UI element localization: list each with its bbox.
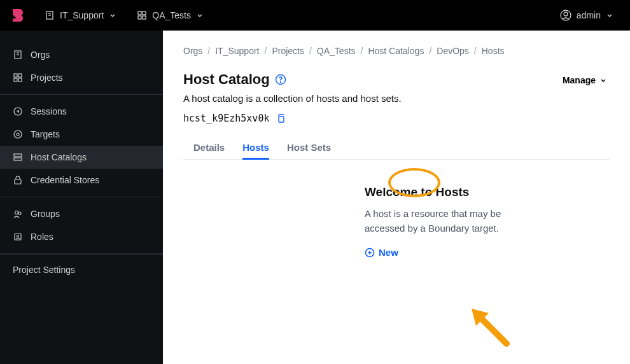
sidebar-item-targets[interactable]: Targets (0, 123, 163, 146)
project-scope-selector[interactable]: QA_Tests (130, 6, 210, 24)
plus-circle-icon (365, 248, 375, 258)
svg-point-17 (14, 130, 22, 138)
tabs: Details Hosts Host Sets (183, 136, 610, 160)
target-icon (13, 129, 23, 139)
breadcrumb-link[interactable]: Orgs (183, 46, 202, 56)
sidebar-item-sessions[interactable]: Sessions (0, 100, 163, 123)
svg-rect-12 (14, 74, 17, 77)
sidebar-item-label: Sessions (31, 106, 67, 116)
svg-point-22 (15, 211, 18, 214)
sidebar-item-label: Groups (31, 209, 60, 219)
user-menu[interactable]: admin (554, 6, 620, 25)
tab-details[interactable]: Details (193, 136, 225, 159)
topbar: IT_Support QA_Tests admin (0, 0, 630, 31)
svg-point-23 (18, 212, 21, 214)
svg-rect-21 (15, 179, 21, 184)
svg-rect-13 (18, 74, 22, 77)
empty-state-title: Welcome to Hosts (365, 185, 530, 199)
sidebar-item-label: Roles (31, 232, 53, 242)
chevron-down-icon (599, 76, 607, 84)
manage-button[interactable]: Manage (560, 71, 610, 89)
breadcrumb-link[interactable]: QA_Tests (317, 46, 356, 56)
empty-state: Welcome to Hosts A host is a resource th… (263, 185, 530, 260)
svg-point-25 (17, 235, 19, 237)
svg-rect-15 (18, 78, 22, 81)
org-scope-label: IT_Support (60, 10, 104, 20)
sidebar-project-settings[interactable]: Project Settings (0, 254, 163, 285)
copy-icon[interactable] (276, 113, 286, 123)
lock-icon (13, 175, 23, 185)
groups-icon (13, 209, 23, 219)
resource-id: hcst_k9Ezh5xv0k (183, 113, 269, 124)
grid-icon (13, 73, 23, 83)
app-logo[interactable] (10, 8, 25, 23)
svg-rect-3 (138, 11, 141, 15)
host-catalog-icon (13, 152, 23, 162)
page-description: A host catalog is a collection of hosts … (183, 93, 402, 104)
sidebar-item-label: Targets (31, 129, 60, 139)
svg-rect-19 (14, 154, 22, 157)
grid-icon (137, 10, 147, 20)
manage-label: Manage (563, 75, 596, 85)
roles-icon (13, 232, 23, 242)
svg-rect-6 (143, 16, 146, 19)
svg-rect-28 (279, 116, 284, 122)
sidebar-item-host-catalogs[interactable]: Host Catalogs (0, 146, 163, 169)
svg-rect-4 (143, 11, 146, 15)
annotation-arrow (468, 305, 519, 350)
svg-point-8 (564, 12, 568, 16)
new-host-link[interactable]: New (365, 247, 398, 258)
chevron-down-icon (606, 11, 613, 19)
main-content: Orgs/ IT_Support/ Projects/ QA_Tests/ Ho… (163, 31, 630, 364)
help-icon[interactable] (275, 74, 286, 85)
tab-host-sets[interactable]: Host Sets (287, 136, 331, 159)
chevron-down-icon (196, 11, 204, 19)
sidebar-item-credential-stores[interactable]: Credential Stores (0, 169, 163, 192)
sidebar-item-roles[interactable]: Roles (0, 225, 163, 248)
svg-rect-20 (14, 158, 22, 160)
breadcrumb-link[interactable]: Projects (272, 46, 304, 56)
empty-state-description: A host is a resource that may be accesse… (365, 207, 530, 235)
sidebar-item-groups[interactable]: Groups (0, 202, 163, 225)
page-title: Host Catalog (183, 71, 270, 88)
user-icon (560, 10, 571, 21)
sidebar-item-label: Host Catalogs (31, 152, 87, 162)
sidebar-settings-label: Project Settings (13, 265, 75, 275)
new-link-label: New (379, 247, 398, 258)
sidebar-item-label: Projects (31, 73, 63, 83)
breadcrumb-link[interactable]: IT_Support (215, 46, 259, 56)
svg-rect-14 (14, 78, 17, 81)
chevron-down-icon (109, 11, 116, 19)
sidebar-item-projects[interactable]: Projects (0, 66, 163, 89)
svg-point-27 (280, 81, 281, 82)
sidebar-item-orgs[interactable]: Orgs (0, 43, 163, 66)
sessions-icon (13, 106, 23, 116)
project-scope-label: QA_Tests (152, 10, 191, 20)
svg-point-18 (17, 133, 19, 136)
sidebar-item-label: Orgs (31, 50, 50, 60)
org-icon (13, 50, 23, 60)
breadcrumb-link[interactable]: Host Catalogs (368, 46, 424, 56)
tab-hosts[interactable]: Hosts (242, 136, 269, 159)
org-scope-selector[interactable]: IT_Support (38, 6, 123, 24)
breadcrumb-link[interactable]: DevOps (437, 46, 469, 56)
user-name-label: admin (577, 10, 601, 20)
sidebar-item-label: Credential Stores (31, 175, 99, 185)
svg-rect-5 (138, 16, 141, 19)
breadcrumb-current[interactable]: Hosts (482, 46, 505, 56)
breadcrumb: Orgs/ IT_Support/ Projects/ QA_Tests/ Ho… (183, 46, 610, 56)
org-icon (45, 10, 55, 20)
sidebar: Orgs Projects Sessions Targets Host Cata… (0, 31, 163, 364)
